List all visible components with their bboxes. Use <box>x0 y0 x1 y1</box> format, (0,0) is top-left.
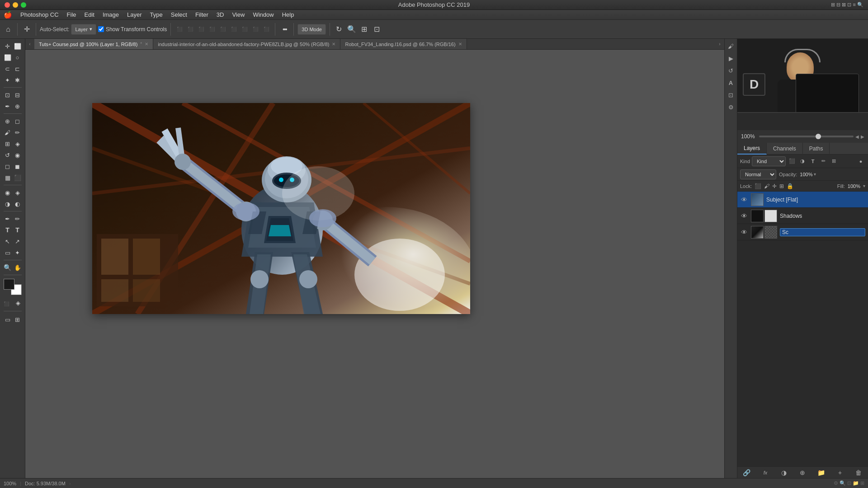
layer-item-subject[interactable]: 👁 <box>737 192 868 208</box>
filter-type-icon[interactable]: T <box>808 157 817 166</box>
distribute-left[interactable]: ⬛ <box>240 24 250 34</box>
menu-window[interactable]: Window <box>249 10 277 19</box>
layer-name-1[interactable] <box>766 197 865 203</box>
menu-3d[interactable]: 3D <box>213 10 228 19</box>
tab-channels[interactable]: Channels <box>767 143 803 155</box>
zoom-tool-icon[interactable]: 🔍 <box>346 24 357 35</box>
filter-vector-icon[interactable]: ✏ <box>819 157 828 166</box>
home-icon[interactable]: ⌂ <box>3 24 14 35</box>
align-center-v[interactable]: ⬛ <box>218 24 228 34</box>
quick-mask-icon[interactable]: ◈ <box>13 298 24 307</box>
layer-fx-icon[interactable]: fx <box>760 467 771 478</box>
move-tool-icon[interactable]: ✛ <box>21 24 32 35</box>
tool-patch[interactable]: ◻ <box>13 116 22 127</box>
layer-visibility-1[interactable]: 👁 <box>740 196 748 204</box>
filter-active-toggle[interactable]: ● <box>856 157 865 166</box>
more-options-icon[interactable]: ••• <box>279 24 290 35</box>
panel-icon-play[interactable]: ▶ <box>726 53 736 64</box>
menu-filter[interactable]: Filter <box>192 10 212 19</box>
tool-history[interactable]: ↺ <box>3 150 12 160</box>
tool-quick-select[interactable]: ✱ <box>13 75 22 85</box>
tab-tuts-course[interactable]: Tuts+ Course.psd @ 100% (Layer 1, RGB/8)… <box>34 39 153 50</box>
apple-menu[interactable]: 🍎 <box>4 11 12 19</box>
canvas-container[interactable] <box>25 50 724 478</box>
distribute-center[interactable]: ⬛ <box>250 24 260 34</box>
tool-pen[interactable]: ✒ <box>3 213 12 224</box>
menu-layer[interactable]: Layer <box>123 10 146 19</box>
menu-help[interactable]: Help <box>278 10 298 19</box>
lock-position-icon[interactable]: ✛ <box>772 183 777 189</box>
filter-type-select[interactable]: Kind Name Effect Mode Attribute Color <box>752 156 786 166</box>
tool-eraser[interactable]: ◻ <box>3 161 12 172</box>
lock-artboard-icon[interactable]: ⊞ <box>779 183 784 189</box>
rotate-view-icon[interactable]: ↻ <box>334 24 344 35</box>
panel-icon-history[interactable]: ↺ <box>726 65 736 76</box>
tool-path-select[interactable]: ↖ <box>3 236 12 247</box>
tab-layers[interactable]: Layers <box>737 143 767 155</box>
tool-art-history[interactable]: ◉ <box>13 150 22 160</box>
tool-direct-select[interactable]: ↗ <box>13 236 22 247</box>
tool-freeform-pen[interactable]: ✏ <box>13 213 22 224</box>
layer-item-sc[interactable]: 👁 <box>737 224 868 240</box>
align-left[interactable]: ⬛ <box>175 24 184 34</box>
panel-icon-type[interactable]: A <box>726 77 736 88</box>
3d-mode-button[interactable]: 3D Mode <box>297 24 326 35</box>
default-colors-icon[interactable]: ⬛ <box>2 298 11 309</box>
menu-select[interactable]: Select <box>167 10 191 19</box>
foreground-color-swatch[interactable] <box>4 279 14 290</box>
layer-name-2[interactable] <box>780 213 865 219</box>
menu-edit[interactable]: Edit <box>81 10 98 19</box>
distribute-right[interactable]: ⬛ <box>261 24 271 34</box>
tool-polygonal-lasso[interactable]: ⊏ <box>13 63 22 74</box>
tab-close-3[interactable]: ✕ <box>458 42 462 47</box>
layer-item-shadows[interactable]: 👁 <box>737 208 868 224</box>
layer-group-icon[interactable]: 📁 <box>816 467 827 478</box>
minimize-button[interactable] <box>13 2 18 8</box>
tool-marquee[interactable]: ⬜ <box>3 52 12 63</box>
tab-collapse-left[interactable]: ‹ <box>25 39 34 50</box>
zoom-slider[interactable] <box>759 136 854 137</box>
tool-vertical-type[interactable]: T <box>13 225 22 235</box>
menu-file[interactable]: File <box>63 10 80 19</box>
arrange-docs-icon[interactable]: ⊞ <box>13 314 22 325</box>
lock-transparent-icon[interactable]: ⬛ <box>755 183 761 189</box>
tool-clone[interactable]: ⊞ <box>3 138 12 149</box>
layer-dropdown[interactable]: Layer ▾ <box>71 24 96 35</box>
tool-paint-bucket[interactable]: ⬛ <box>13 172 22 183</box>
menu-image[interactable]: Image <box>99 10 123 19</box>
tool-eyedropper[interactable]: ✒ <box>3 101 12 112</box>
tab-robot[interactable]: Robot_FV34_Landing.I16.psd @ 66.7% (RGB/… <box>340 39 467 50</box>
align-top[interactable]: ⬛ <box>207 24 217 34</box>
maximize-button[interactable] <box>21 2 26 8</box>
panel-icon-3d[interactable]: ⊡ <box>726 89 736 100</box>
tab-collapse-right[interactable]: › <box>715 39 724 50</box>
tool-blur[interactable]: ◉ <box>3 187 12 198</box>
filter-pixel-icon[interactable]: ⬛ <box>788 157 797 166</box>
close-button[interactable] <box>5 2 10 8</box>
tool-hand[interactable]: ✋ <box>13 262 22 273</box>
layer-visibility-2[interactable]: 👁 <box>740 212 748 220</box>
tool-marquee2[interactable]: ○ <box>13 52 22 63</box>
layer-visibility-3[interactable]: 👁 <box>740 228 748 236</box>
layer-mask-icon[interactable]: ◑ <box>778 467 789 478</box>
panel-icon-brush[interactable]: 🖌 <box>726 41 736 52</box>
tool-custom-shape[interactable]: ✦ <box>13 247 22 258</box>
tool-shape[interactable]: ▭ <box>3 247 12 258</box>
layer-adjustment-icon[interactable]: ⊕ <box>797 467 808 478</box>
layer-delete-icon[interactable]: 🗑 <box>853 467 864 478</box>
opacity-dropdown[interactable]: ▾ <box>814 172 816 177</box>
tool-sharpen[interactable]: ◈ <box>13 187 22 198</box>
tool-pattern-stamp[interactable]: ◈ <box>13 138 22 149</box>
menu-type[interactable]: Type <box>146 10 166 19</box>
tool-crop[interactable]: ⊡ <box>3 89 12 100</box>
tool-bg-eraser[interactable]: ◼ <box>13 161 22 172</box>
tab-close-2[interactable]: ✕ <box>332 42 335 47</box>
tool-brush[interactable]: 🖌 <box>3 127 12 138</box>
tool-dodge[interactable]: ◑ <box>3 198 12 209</box>
lock-all-icon[interactable]: 🔒 <box>787 183 793 189</box>
tab-paths[interactable]: Paths <box>803 143 830 155</box>
show-transform-checkbox[interactable]: Show Transform Controls <box>98 26 167 33</box>
tool-color-sampler[interactable]: ⊕ <box>13 101 22 112</box>
panel-icon-settings[interactable]: ⚙ <box>726 102 736 113</box>
tool-healing[interactable]: ⊕ <box>3 116 12 127</box>
